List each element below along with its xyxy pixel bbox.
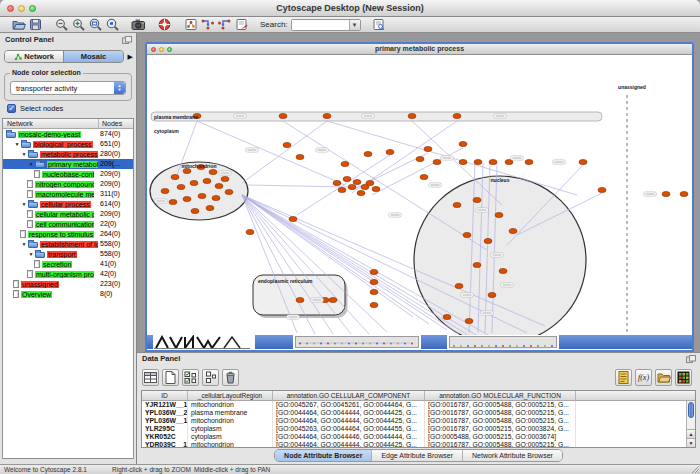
tree-row[interactable]: ▼establishment of localizati558(0) xyxy=(3,239,133,249)
network-node[interactable] xyxy=(279,113,287,118)
tree-row[interactable]: ▼cellular process614(0) xyxy=(3,199,133,209)
scrollbar-thumb[interactable] xyxy=(688,402,694,418)
network-node[interactable] xyxy=(489,159,497,164)
network-node[interactable] xyxy=(343,176,351,181)
search-dropdown-button[interactable]: ▼ xyxy=(349,20,360,30)
tree-row[interactable]: cell communication22(0) xyxy=(3,219,133,229)
network-node[interactable] xyxy=(296,154,304,159)
network-node[interactable] xyxy=(370,269,378,274)
network-node[interactable] xyxy=(424,146,432,151)
network-node[interactable] xyxy=(372,186,380,191)
resize-grip-icon[interactable] xyxy=(691,465,699,473)
table-row[interactable]: YPL036W__2plasma membrane[GO:0044464, GO… xyxy=(142,409,695,417)
disclosure-triangle-icon[interactable]: ▼ xyxy=(20,201,28,207)
column-header[interactable]: annotation.GO CELLULAR_COMPONENT xyxy=(273,391,425,400)
tab-network[interactable]: Network xyxy=(5,51,63,62)
search-options-button[interactable] xyxy=(370,17,387,32)
network-node[interactable] xyxy=(579,159,587,164)
network-node[interactable] xyxy=(370,289,378,294)
zoom-selected-button[interactable] xyxy=(104,17,121,32)
new-attribute-button[interactable] xyxy=(162,369,179,386)
import-attributes-button[interactable] xyxy=(655,369,672,386)
network-view-frame[interactable]: primary metabolic process plasma membran… xyxy=(145,42,694,352)
network-node[interactable] xyxy=(525,159,533,164)
frame-close-button[interactable] xyxy=(151,47,156,52)
zoom-fit-button[interactable] xyxy=(87,17,104,32)
network-node[interactable] xyxy=(353,179,361,184)
network-node[interactable] xyxy=(459,159,467,164)
select-nodes-checkbox[interactable]: ✓ xyxy=(7,104,16,113)
tree-row[interactable]: ▼primary metabolic process209(... xyxy=(3,159,133,169)
float-panel-icon[interactable] xyxy=(122,35,132,48)
table-row[interactable]: YLR295Ccytoplasm[GO:0045263, GO:0044464,… xyxy=(142,425,695,433)
network-node[interactable] xyxy=(465,318,473,323)
tree-row[interactable]: ▼metabolic process280(0) xyxy=(3,149,133,159)
network-node[interactable] xyxy=(598,187,606,192)
tree-row[interactable]: secretion41(0) xyxy=(3,259,133,269)
network-node[interactable] xyxy=(183,196,191,201)
unselect-attributes-button[interactable] xyxy=(202,369,219,386)
apply-layout-button-2[interactable] xyxy=(216,17,233,32)
search-input[interactable] xyxy=(292,20,349,30)
network-node[interactable] xyxy=(289,216,297,221)
tree-row[interactable]: response to stimulus264(0) xyxy=(3,229,133,239)
network-node[interactable] xyxy=(296,297,304,302)
network-view-button[interactable] xyxy=(182,17,199,32)
network-node[interactable] xyxy=(443,314,451,319)
network-node[interactable] xyxy=(463,232,471,237)
network-node[interactable] xyxy=(190,180,198,185)
table-scrollbar[interactable]: ▲ ▼ xyxy=(686,401,695,447)
network-node[interactable] xyxy=(338,187,346,192)
frame-minimize-button[interactable] xyxy=(159,47,164,52)
formula-builder-button[interactable]: f(x) xyxy=(635,369,652,386)
zoom-in-button[interactable] xyxy=(70,17,87,32)
network-node[interactable] xyxy=(473,262,481,267)
table-row[interactable]: YKR052Ccytoplasm[GO:0044464, GO:0044446,… xyxy=(142,433,695,441)
network-node[interactable] xyxy=(416,156,424,161)
network-node[interactable] xyxy=(509,228,517,233)
network-node[interactable] xyxy=(408,113,416,118)
more-tabs-arrow[interactable]: ▶ xyxy=(128,53,133,61)
save-session-button[interactable] xyxy=(27,17,44,32)
network-node[interactable] xyxy=(662,191,670,196)
network-node[interactable] xyxy=(333,180,341,185)
tree-row[interactable]: multi-organism process42(0) xyxy=(3,269,133,279)
column-header[interactable]: ID xyxy=(142,391,188,400)
network-node[interactable] xyxy=(357,190,365,195)
tree-row[interactable]: cellular metabolic process209(0) xyxy=(3,209,133,219)
network-node[interactable] xyxy=(283,142,291,147)
column-header[interactable]: _cellularLayoutRegion xyxy=(188,391,273,400)
network-node[interactable] xyxy=(680,191,688,196)
disclosure-triangle-icon[interactable]: ▼ xyxy=(20,241,28,247)
network-node[interactable] xyxy=(370,302,378,307)
table-row[interactable]: YJR121W__1mitochondrion[GO:0045267, GO:0… xyxy=(142,401,695,409)
network-node[interactable] xyxy=(459,141,467,146)
tab-network-attribute-browser[interactable]: Network Attribute Browser xyxy=(462,450,562,461)
network-node[interactable] xyxy=(453,113,461,118)
open-session-button[interactable] xyxy=(10,17,27,32)
network-node[interactable] xyxy=(488,292,496,297)
close-window-button[interactable] xyxy=(7,5,14,12)
scroll-up-button[interactable]: ▲ xyxy=(687,429,695,438)
frame-zoom-button[interactable] xyxy=(167,47,172,52)
network-node[interactable] xyxy=(323,113,331,118)
network-node[interactable] xyxy=(495,212,503,217)
network-node[interactable] xyxy=(474,159,482,164)
tab-edge-attribute-browser[interactable]: Edge Attribute Browser xyxy=(371,450,462,461)
network-node[interactable] xyxy=(221,176,229,181)
network-node[interactable] xyxy=(484,238,492,243)
tree-row[interactable]: unassigned223(0) xyxy=(3,279,133,289)
tree-row[interactable]: ▼biological_process651(0) xyxy=(3,139,133,149)
disclosure-triangle-icon[interactable]: ▼ xyxy=(20,151,28,157)
network-node[interactable] xyxy=(499,268,507,273)
table-row[interactable]: YDR039C__1mitochondrion[GO:0044464, GO:0… xyxy=(142,441,695,448)
tab-mosaic[interactable]: Mosaic xyxy=(63,51,122,62)
attribute-list-button[interactable] xyxy=(615,369,632,386)
network-node[interactable] xyxy=(183,168,191,173)
tree-row[interactable]: nucleobase-containing com209(0) xyxy=(3,169,133,179)
network-node[interactable] xyxy=(420,174,428,179)
network-node[interactable] xyxy=(209,169,217,174)
disclosure-triangle-icon[interactable]: ▼ xyxy=(27,251,35,257)
network-node[interactable] xyxy=(212,195,220,200)
network-node[interactable] xyxy=(206,205,214,210)
